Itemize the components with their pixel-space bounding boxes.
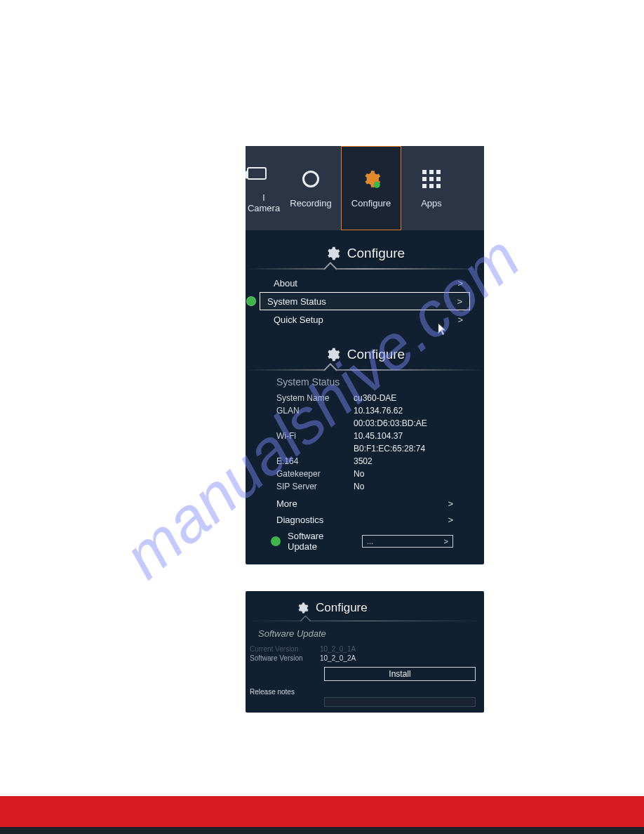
svg-point-0: [374, 181, 380, 187]
cursor-icon: [438, 323, 448, 338]
tab-recording-label: Recording: [290, 198, 331, 208]
section-header-configure-1: Configure: [246, 230, 484, 268]
kv-system-name: System Name cu360-DAE: [276, 392, 453, 404]
software-update-panel: Configure Software Update Current Versio…: [246, 591, 484, 713]
chevron-right-icon: >: [457, 296, 462, 307]
section-header-label: Configure: [316, 601, 368, 615]
gear-icon: [325, 347, 340, 362]
status-indicator-icon: [271, 536, 281, 546]
menu-quick-setup-label: Quick Setup: [274, 315, 457, 325]
camera-icon: [247, 163, 267, 184]
link-diagnostics[interactable]: Diagnostics >: [246, 512, 484, 528]
chevron-right-icon: >: [448, 498, 453, 509]
tab-recording[interactable]: Recording: [281, 146, 341, 230]
software-update-label: Software Update: [288, 531, 355, 552]
section-divider: [246, 621, 484, 621]
release-notes-box[interactable]: [324, 697, 476, 707]
status-indicator-icon: [246, 296, 256, 306]
status-details-list: System Name cu360-DAE GLAN 10.134.76.62 …: [246, 392, 484, 496]
tab-apps[interactable]: Apps: [401, 146, 462, 230]
software-update-box[interactable]: ... >: [362, 535, 453, 548]
section-header-label: Configure: [347, 347, 405, 362]
menu-about-label: About: [274, 278, 457, 289]
kv-glan-mac: 00:03:D6:03:BD:AE: [276, 417, 453, 430]
chevron-right-icon: >: [457, 278, 463, 289]
chevron-right-icon: >: [448, 515, 453, 525]
section-divider: [246, 369, 484, 371]
gear-icon: [325, 246, 340, 261]
tab-apps-label: Apps: [421, 198, 442, 208]
software-update-value: ...: [367, 537, 373, 545]
menu-quick-setup[interactable]: Quick Setup >: [246, 310, 484, 329]
section-divider: [246, 268, 484, 270]
page-footer-bar: [0, 796, 644, 834]
link-more[interactable]: More >: [246, 496, 484, 512]
kv-gatekeeper: Gatekeeper No: [276, 468, 453, 480]
menu-system-status-label: System Status: [267, 296, 457, 307]
kv-current-version: Current Version 10_2_0_1A: [246, 644, 484, 654]
kv-glan: GLAN 10.134.76.62: [276, 404, 453, 417]
subhead-software-update: Software Update: [246, 626, 484, 644]
gear-icon: [296, 602, 309, 614]
tab-camera[interactable]: l Camera: [246, 146, 281, 230]
install-row: Install: [246, 663, 484, 684]
top-tab-bar: l Camera Recording Configure A: [246, 146, 484, 230]
install-button[interactable]: Install: [324, 667, 476, 681]
detail-header-system-status: System Status: [246, 371, 484, 392]
configure-panel: l Camera Recording Configure A: [246, 146, 484, 564]
record-icon: [302, 168, 319, 190]
menu-about[interactable]: About >: [246, 274, 484, 292]
kv-software-version: Software Version 10_2_0_2A: [246, 654, 484, 663]
kv-sip: SIP Server No: [276, 480, 453, 493]
tab-camera-label: l Camera: [247, 192, 281, 213]
kv-e164: E.164 3502: [276, 455, 453, 468]
section-header-configure-2: Configure: [246, 329, 484, 369]
section-header-label: Configure: [347, 246, 405, 261]
menu-system-status[interactable]: System Status >: [260, 292, 470, 310]
tab-configure-label: Configure: [351, 198, 391, 208]
kv-wifi-mac: B0:F1:EC:65:28:74: [276, 442, 453, 455]
release-notes-label: Release notes: [246, 684, 484, 696]
chevron-right-icon: >: [457, 315, 463, 325]
chevron-right-icon: >: [444, 537, 448, 545]
link-diagnostics-label: Diagnostics: [276, 515, 448, 525]
apps-grid-icon: [422, 168, 441, 190]
kv-wifi: Wi-Fi 10.45.104.37: [276, 430, 453, 442]
tab-configure[interactable]: Configure: [341, 146, 401, 230]
section-header-configure-3: Configure: [246, 591, 484, 621]
link-more-label: More: [276, 498, 448, 509]
row-software-update[interactable]: Software Update ... >: [246, 528, 484, 564]
gear-icon: [361, 168, 381, 190]
